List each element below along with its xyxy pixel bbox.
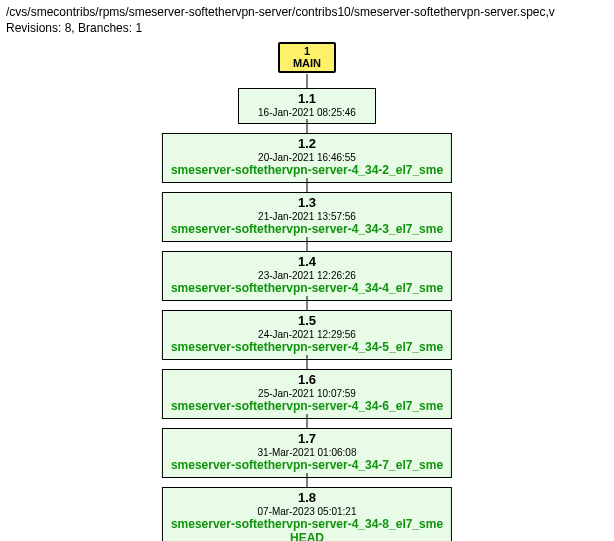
connector-line	[307, 473, 308, 487]
connector-line	[307, 355, 308, 369]
revision-box-1-8[interactable]: 1.8 07-Mar-2023 05:01:21 smeserver-softe…	[162, 487, 452, 541]
revision-box-1-7[interactable]: 1.7 31-Mar-2021 01:06:08 smeserver-softe…	[162, 428, 452, 477]
revision-number: 1.5	[171, 314, 443, 329]
revision-box-1-5[interactable]: 1.5 24-Jan-2021 12:29:56 smeserver-softe…	[162, 310, 452, 359]
revision-number: 1.8	[171, 491, 443, 506]
revision-number: 1.2	[171, 137, 443, 152]
revision-tag: smeserver-softethervpn-server-4_34-6_el7…	[171, 400, 443, 414]
revision-box-1-2[interactable]: 1.2 20-Jan-2021 16:46:55 smeserver-softe…	[162, 133, 452, 182]
revision-box-1-4[interactable]: 1.4 23-Jan-2021 12:26:26 smeserver-softe…	[162, 251, 452, 300]
revision-number: 1.1	[247, 92, 367, 107]
revision-number: 1.4	[171, 255, 443, 270]
revision-tag: smeserver-softethervpn-server-4_34-7_el7…	[171, 459, 443, 473]
revision-tag: smeserver-softethervpn-server-4_34-2_el7…	[171, 164, 443, 178]
connector-line	[307, 119, 308, 133]
revision-graph: 1 MAIN 1.1 16-Jan-2021 08:25:46 1.2 20-J…	[0, 36, 614, 541]
revision-box-1-6[interactable]: 1.6 25-Jan-2021 10:07:59 smeserver-softe…	[162, 369, 452, 418]
revision-tag: smeserver-softethervpn-server-4_34-5_el7…	[171, 341, 443, 355]
revision-number: 1.6	[171, 373, 443, 388]
connector-line	[307, 296, 308, 310]
revision-tag: smeserver-softethervpn-server-4_34-4_el7…	[171, 282, 443, 296]
header: /cvs/smecontribs/rpms/smeserver-softethe…	[0, 0, 614, 36]
revision-box-1-3[interactable]: 1.3 21-Jan-2021 13:57:56 smeserver-softe…	[162, 192, 452, 241]
file-path: /cvs/smecontribs/rpms/smeserver-softethe…	[6, 4, 608, 20]
connector-line	[307, 178, 308, 192]
revision-number: 1.3	[171, 196, 443, 211]
revision-number: 1.7	[171, 432, 443, 447]
connector-line	[307, 237, 308, 251]
revision-tag: smeserver-softethervpn-server-4_34-8_el7…	[171, 518, 443, 532]
branch-number: 1	[290, 46, 324, 58]
connector-line	[307, 414, 308, 428]
revision-tag-head: HEAD	[171, 532, 443, 541]
branch-box-main[interactable]: 1 MAIN	[278, 42, 336, 73]
revision-tag: smeserver-softethervpn-server-4_34-3_el7…	[171, 223, 443, 237]
revisions-branches-meta: Revisions: 8, Branches: 1	[6, 20, 608, 36]
revision-date: 16-Jan-2021 08:25:46	[247, 107, 367, 119]
connector-line	[307, 74, 308, 88]
branch-name: MAIN	[290, 58, 324, 70]
